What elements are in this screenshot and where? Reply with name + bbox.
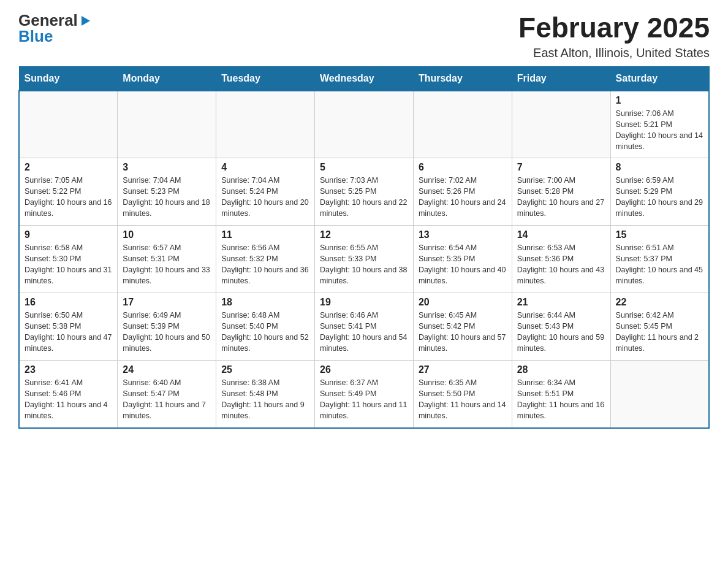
location-subtitle: East Alton, Illinois, United States xyxy=(518,46,710,60)
calendar-cell: 20Sunrise: 6:45 AMSunset: 5:42 PMDayligh… xyxy=(413,293,512,361)
calendar-cell xyxy=(216,91,315,158)
day-number: 25 xyxy=(221,364,309,375)
calendar-cell xyxy=(610,361,709,428)
logo-blue-text: Blue xyxy=(18,28,53,44)
day-number: 27 xyxy=(419,364,507,375)
day-info: Sunrise: 6:41 AMSunset: 5:46 PMDaylight:… xyxy=(25,377,112,422)
calendar-cell: 24Sunrise: 6:40 AMSunset: 5:47 PMDayligh… xyxy=(118,361,216,428)
day-info: Sunrise: 7:04 AMSunset: 5:23 PMDaylight:… xyxy=(123,175,211,220)
logo-general-text: General xyxy=(18,12,78,28)
calendar-cell: 10Sunrise: 6:57 AMSunset: 5:31 PMDayligh… xyxy=(118,226,216,293)
day-info: Sunrise: 6:45 AMSunset: 5:42 PMDaylight:… xyxy=(419,310,507,354)
calendar-table: SundayMondayTuesdayWednesdayThursdayFrid… xyxy=(18,66,710,429)
calendar-cell: 6Sunrise: 7:02 AMSunset: 5:26 PMDaylight… xyxy=(413,158,512,226)
day-number: 12 xyxy=(320,229,408,240)
calendar-cell: 3Sunrise: 7:04 AMSunset: 5:23 PMDaylight… xyxy=(118,158,216,226)
day-number: 19 xyxy=(320,297,408,308)
day-number: 15 xyxy=(616,229,703,240)
logo: General Blue xyxy=(18,12,93,44)
day-info: Sunrise: 6:42 AMSunset: 5:45 PMDaylight:… xyxy=(616,310,703,354)
calendar-cell: 4Sunrise: 7:04 AMSunset: 5:24 PMDaylight… xyxy=(216,158,315,226)
day-info: Sunrise: 7:02 AMSunset: 5:26 PMDaylight:… xyxy=(419,175,507,220)
calendar-cell: 1Sunrise: 7:06 AMSunset: 5:21 PMDaylight… xyxy=(610,91,709,158)
calendar-cell: 25Sunrise: 6:38 AMSunset: 5:48 PMDayligh… xyxy=(216,361,315,428)
calendar-cell: 14Sunrise: 6:53 AMSunset: 5:36 PMDayligh… xyxy=(512,226,610,293)
day-info: Sunrise: 6:57 AMSunset: 5:31 PMDaylight:… xyxy=(123,242,211,287)
calendar-cell xyxy=(19,91,118,158)
calendar-cell: 19Sunrise: 6:46 AMSunset: 5:41 PMDayligh… xyxy=(315,293,414,361)
calendar-cell: 17Sunrise: 6:49 AMSunset: 5:39 PMDayligh… xyxy=(118,293,216,361)
day-number: 1 xyxy=(616,95,703,106)
day-number: 23 xyxy=(25,364,112,375)
day-number: 28 xyxy=(517,364,605,375)
day-number: 9 xyxy=(25,229,112,240)
days-header-row: SundayMondayTuesdayWednesdayThursdayFrid… xyxy=(19,66,709,91)
calendar-week-row: 1Sunrise: 7:06 AMSunset: 5:21 PMDaylight… xyxy=(19,91,709,158)
day-info: Sunrise: 7:04 AMSunset: 5:24 PMDaylight:… xyxy=(221,175,309,220)
day-number: 26 xyxy=(320,364,408,375)
day-info: Sunrise: 7:05 AMSunset: 5:22 PMDaylight:… xyxy=(25,175,112,220)
calendar-cell: 15Sunrise: 6:51 AMSunset: 5:37 PMDayligh… xyxy=(610,226,709,293)
calendar-week-row: 23Sunrise: 6:41 AMSunset: 5:46 PMDayligh… xyxy=(19,361,709,428)
day-info: Sunrise: 7:03 AMSunset: 5:25 PMDaylight:… xyxy=(320,175,408,220)
page-header: General Blue February 2025 East Alton, I… xyxy=(18,12,710,60)
day-info: Sunrise: 6:46 AMSunset: 5:41 PMDaylight:… xyxy=(320,310,408,354)
day-number: 7 xyxy=(517,162,605,173)
day-number: 4 xyxy=(221,162,309,173)
day-number: 13 xyxy=(419,229,507,240)
day-info: Sunrise: 7:06 AMSunset: 5:21 PMDaylight:… xyxy=(616,108,703,153)
day-header-friday: Friday xyxy=(512,66,610,91)
day-info: Sunrise: 6:50 AMSunset: 5:38 PMDaylight:… xyxy=(25,310,112,354)
calendar-cell xyxy=(118,91,216,158)
day-info: Sunrise: 6:38 AMSunset: 5:48 PMDaylight:… xyxy=(221,377,309,422)
day-header-monday: Monday xyxy=(118,66,216,91)
day-number: 6 xyxy=(419,162,507,173)
day-number: 18 xyxy=(221,297,309,308)
day-info: Sunrise: 6:59 AMSunset: 5:29 PMDaylight:… xyxy=(616,175,703,220)
calendar-cell xyxy=(512,91,610,158)
day-number: 11 xyxy=(221,229,309,240)
day-number: 24 xyxy=(123,364,211,375)
day-info: Sunrise: 6:58 AMSunset: 5:30 PMDaylight:… xyxy=(25,242,112,287)
day-info: Sunrise: 6:56 AMSunset: 5:32 PMDaylight:… xyxy=(221,242,309,287)
day-number: 5 xyxy=(320,162,408,173)
day-number: 3 xyxy=(123,162,211,173)
day-info: Sunrise: 7:00 AMSunset: 5:28 PMDaylight:… xyxy=(517,175,605,220)
day-info: Sunrise: 6:48 AMSunset: 5:40 PMDaylight:… xyxy=(221,310,309,354)
calendar-cell: 12Sunrise: 6:55 AMSunset: 5:33 PMDayligh… xyxy=(315,226,414,293)
calendar-header: SundayMondayTuesdayWednesdayThursdayFrid… xyxy=(19,66,709,91)
calendar-week-row: 9Sunrise: 6:58 AMSunset: 5:30 PMDaylight… xyxy=(19,226,709,293)
day-info: Sunrise: 6:55 AMSunset: 5:33 PMDaylight:… xyxy=(320,242,408,287)
calendar-cell: 9Sunrise: 6:58 AMSunset: 5:30 PMDaylight… xyxy=(19,226,118,293)
day-info: Sunrise: 6:34 AMSunset: 5:51 PMDaylight:… xyxy=(517,377,605,422)
day-header-wednesday: Wednesday xyxy=(315,66,414,91)
calendar-cell: 26Sunrise: 6:37 AMSunset: 5:49 PMDayligh… xyxy=(315,361,414,428)
logo-arrow-icon xyxy=(79,14,93,28)
day-info: Sunrise: 6:49 AMSunset: 5:39 PMDaylight:… xyxy=(123,310,211,354)
day-number: 16 xyxy=(25,297,112,308)
calendar-cell: 11Sunrise: 6:56 AMSunset: 5:32 PMDayligh… xyxy=(216,226,315,293)
day-info: Sunrise: 6:54 AMSunset: 5:35 PMDaylight:… xyxy=(419,242,507,287)
day-info: Sunrise: 6:35 AMSunset: 5:50 PMDaylight:… xyxy=(419,377,507,422)
day-number: 8 xyxy=(616,162,703,173)
day-header-thursday: Thursday xyxy=(413,66,512,91)
day-number: 22 xyxy=(616,297,703,308)
day-number: 14 xyxy=(517,229,605,240)
day-info: Sunrise: 6:53 AMSunset: 5:36 PMDaylight:… xyxy=(517,242,605,287)
calendar-cell: 21Sunrise: 6:44 AMSunset: 5:43 PMDayligh… xyxy=(512,293,610,361)
day-number: 2 xyxy=(25,162,112,173)
day-info: Sunrise: 6:51 AMSunset: 5:37 PMDaylight:… xyxy=(616,242,703,287)
calendar-cell: 5Sunrise: 7:03 AMSunset: 5:25 PMDaylight… xyxy=(315,158,414,226)
svg-marker-0 xyxy=(82,16,90,26)
day-info: Sunrise: 6:40 AMSunset: 5:47 PMDaylight:… xyxy=(123,377,211,422)
day-number: 10 xyxy=(123,229,211,240)
day-info: Sunrise: 6:44 AMSunset: 5:43 PMDaylight:… xyxy=(517,310,605,354)
day-number: 17 xyxy=(123,297,211,308)
day-header-saturday: Saturday xyxy=(610,66,709,91)
calendar-cell: 28Sunrise: 6:34 AMSunset: 5:51 PMDayligh… xyxy=(512,361,610,428)
calendar-week-row: 2Sunrise: 7:05 AMSunset: 5:22 PMDaylight… xyxy=(19,158,709,226)
title-block: February 2025 East Alton, Illinois, Unit… xyxy=(518,12,710,60)
calendar-cell: 16Sunrise: 6:50 AMSunset: 5:38 PMDayligh… xyxy=(19,293,118,361)
calendar-cell: 8Sunrise: 6:59 AMSunset: 5:29 PMDaylight… xyxy=(610,158,709,226)
day-header-tuesday: Tuesday xyxy=(216,66,315,91)
